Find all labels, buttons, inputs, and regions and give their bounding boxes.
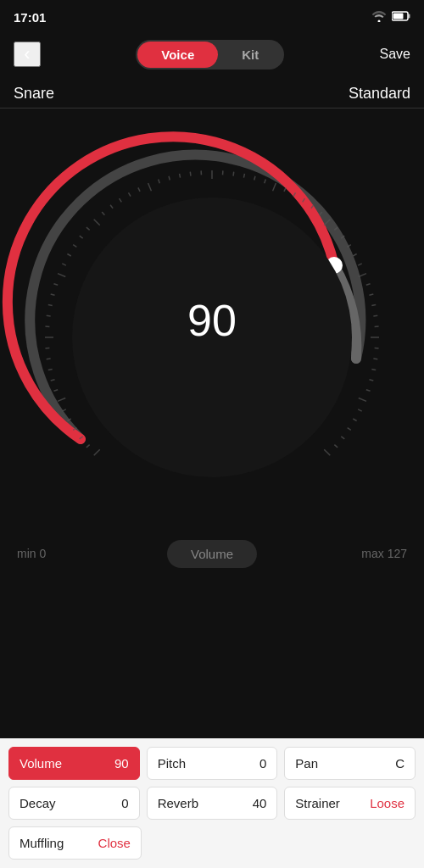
min-label: min 0 (17, 547, 46, 560)
param-reverb-label: Reverb (158, 796, 198, 810)
svg-line-73 (353, 419, 356, 421)
status-time: 17:01 (14, 10, 46, 25)
svg-line-35 (148, 183, 152, 191)
max-label: max 127 (361, 547, 407, 560)
param-decay-label: Decay (20, 796, 56, 810)
svg-line-67 (373, 359, 377, 359)
tab-switcher: Voice Kit (136, 40, 284, 70)
param-section: Volume 90 Pitch 0 Pan C Decay 0 Reverb 4… (0, 738, 424, 868)
svg-line-30 (102, 212, 104, 215)
param-pan-value: C (395, 756, 404, 771)
param-muffling-value: Close (98, 836, 131, 850)
param-reverb-value: 40 (253, 796, 267, 810)
svg-line-43 (233, 172, 234, 176)
svg-line-68 (371, 369, 376, 370)
svg-line-62 (371, 305, 376, 306)
param-strainer[interactable]: Strainer Loose (284, 787, 416, 820)
svg-line-58 (358, 264, 361, 265)
svg-line-48 (284, 187, 286, 191)
svg-line-29 (94, 220, 100, 225)
svg-line-75 (341, 437, 344, 439)
param-pitch-value: 0 (259, 756, 266, 771)
svg-rect-2 (409, 14, 410, 19)
svg-line-63 (373, 315, 377, 316)
svg-line-6 (86, 445, 90, 448)
param-row-2: Decay 0 Reverb 40 Strainer Loose (8, 787, 416, 820)
back-button[interactable]: ‹ (14, 42, 41, 67)
svg-line-32 (120, 198, 122, 202)
svg-line-69 (369, 380, 373, 381)
svg-line-38 (180, 174, 181, 178)
svg-line-24 (62, 264, 65, 265)
svg-line-45 (254, 176, 255, 181)
param-row-1: Volume 90 Pitch 0 Pan C (8, 747, 416, 780)
knob-labels: min 0 Volume max 127 (0, 532, 424, 575)
param-pitch[interactable]: Pitch 0 (147, 747, 278, 780)
param-decay-value: 0 (121, 796, 128, 810)
svg-line-27 (80, 236, 83, 238)
header: ‹ Voice Kit Save (0, 31, 424, 78)
param-strainer-value: Loose (370, 796, 404, 810)
svg-line-57 (353, 254, 356, 257)
svg-line-34 (138, 187, 140, 191)
status-bar: 17:01 (0, 0, 424, 31)
svg-line-37 (169, 176, 170, 181)
svg-line-5 (94, 449, 100, 455)
knob-container[interactable]: // Draw tick marks const svg = document.… (0, 108, 424, 532)
svg-line-26 (73, 245, 76, 248)
svg-line-39 (190, 172, 191, 176)
svg-line-44 (243, 174, 244, 178)
wifi-icon (371, 10, 387, 25)
param-pan-label: Pan (295, 756, 318, 771)
param-volume-label: Volume (20, 756, 62, 771)
svg-line-70 (366, 390, 371, 392)
svg-line-20 (48, 305, 53, 306)
svg-line-46 (265, 179, 266, 183)
param-volume[interactable]: Volume 90 (8, 747, 140, 780)
svg-line-36 (159, 179, 160, 183)
svg-line-72 (358, 409, 361, 411)
svg-line-21 (51, 294, 55, 295)
instrument-name: Snare (14, 85, 54, 103)
svg-line-19 (47, 315, 51, 316)
preset-name: Standard (349, 85, 410, 103)
knob-value: 90 (187, 295, 237, 346)
instrument-header: Snare Standard (0, 78, 424, 108)
svg-rect-1 (393, 14, 404, 19)
svg-line-13 (51, 380, 55, 381)
param-decay[interactable]: Decay 0 (8, 787, 140, 820)
param-pitch-label: Pitch (158, 756, 186, 771)
battery-icon (392, 10, 410, 24)
param-muffling-label: Muffling (20, 836, 64, 850)
svg-line-33 (129, 192, 131, 196)
tab-kit[interactable]: Kit (218, 42, 282, 68)
param-pan[interactable]: Pan C (284, 747, 416, 780)
status-icons (371, 10, 410, 25)
svg-line-61 (369, 294, 373, 295)
svg-line-12 (53, 390, 58, 392)
svg-line-74 (348, 428, 351, 431)
param-muffling[interactable]: Muffling Close (8, 826, 142, 860)
svg-line-76 (334, 445, 338, 448)
svg-line-47 (273, 183, 276, 191)
tab-voice[interactable]: Voice (137, 42, 218, 68)
param-row-3: Muffling Close (8, 826, 416, 860)
param-volume-value: 90 (114, 756, 129, 771)
volume-pill[interactable]: Volume (167, 540, 257, 568)
svg-line-60 (366, 284, 371, 286)
svg-line-77 (324, 449, 330, 455)
svg-line-28 (86, 227, 90, 230)
param-strainer-label: Strainer (295, 796, 340, 810)
svg-line-25 (67, 254, 70, 257)
svg-line-11 (58, 398, 65, 402)
svg-line-15 (47, 359, 51, 359)
svg-line-14 (48, 369, 53, 370)
svg-line-10 (62, 409, 65, 411)
svg-line-22 (53, 284, 58, 286)
svg-line-71 (359, 398, 366, 402)
svg-line-23 (58, 274, 65, 277)
svg-line-31 (110, 205, 113, 209)
param-reverb[interactable]: Reverb 40 (147, 787, 278, 820)
save-button[interactable]: Save (380, 47, 410, 62)
